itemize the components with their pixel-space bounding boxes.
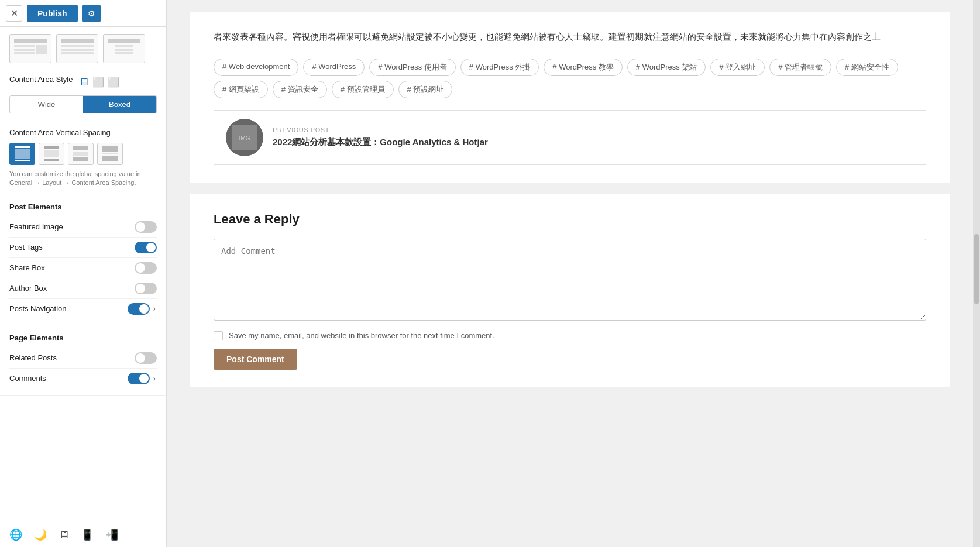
svg-rect-11 (115, 49, 133, 51)
tag-wordpress-tutorials[interactable]: # WordPress 教學 (544, 59, 623, 76)
svg-rect-24 (102, 156, 118, 161)
tablet-icon[interactable]: ⬜ (92, 77, 104, 88)
svg-rect-17 (44, 150, 59, 157)
svg-rect-21 (73, 157, 88, 161)
tag-wordpress-users[interactable]: # WordPress 使用者 (369, 59, 456, 76)
svg-rect-20 (73, 152, 88, 156)
svg-rect-12 (115, 52, 133, 54)
prev-post-title: 2022網站分析基本款設置：Google Analytics & Hotjar (273, 136, 488, 148)
featured-image-toggle[interactable] (135, 221, 157, 233)
content-area-spacing-section: Content Area Vertical Spacing You can cu… (0, 121, 166, 195)
svg-rect-15 (15, 160, 30, 161)
bottom-toolbar: 🌐 🌙 🖥 📱 📲 (0, 522, 166, 547)
post-tags-label: Post Tags (9, 243, 43, 252)
svg-rect-23 (102, 153, 118, 154)
spacing-label: Content Area Vertical Spacing (9, 128, 157, 137)
page-elements-section: Page Elements Related Posts Comments › (0, 326, 166, 396)
comment-section: Leave a Reply Save my name, email, and w… (190, 194, 950, 387)
post-navigation: IMG PREVIOUS POST 2022網站分析基本款設置：Google A… (214, 110, 926, 165)
prev-post-info: PREVIOUS POST 2022網站分析基本款設置：Google Analy… (273, 126, 488, 148)
comments-controls: › (128, 373, 157, 384)
svg-rect-13 (15, 146, 30, 148)
tag-web-architecture[interactable]: # 網頁架設 (214, 81, 268, 98)
posts-navigation-chevron[interactable]: › (152, 303, 157, 314)
share-box-toggle[interactable] (135, 262, 157, 274)
svg-rect-6 (61, 45, 94, 47)
tag-wordpress-setup[interactable]: # WordPress 架站 (627, 59, 706, 76)
post-tags-toggle[interactable] (135, 242, 157, 253)
tag-wordpress-plugins[interactable]: # WordPress 外掛 (460, 59, 539, 76)
related-posts-controls (135, 352, 157, 364)
author-box-toggle[interactable] (135, 283, 157, 294)
close-button[interactable]: ✕ (6, 5, 22, 22)
svg-rect-7 (61, 49, 94, 51)
scrollbar-thumb[interactable] (974, 234, 979, 304)
layout-icon-3[interactable] (103, 34, 145, 63)
svg-rect-16 (44, 146, 59, 149)
layout-icon-1[interactable] (9, 34, 51, 63)
tag-admin-account[interactable]: # 管理者帳號 (769, 59, 831, 76)
post-elements-section: Post Elements Featured Image Post Tags S… (0, 195, 166, 326)
author-box-label: Author Box (9, 284, 47, 293)
mobile2-icon[interactable]: 📲 (105, 528, 118, 541)
comment-textarea[interactable] (214, 239, 926, 321)
tags-row: # Web development # WordPress # WordPres… (214, 59, 926, 98)
featured-image-controls (135, 221, 157, 233)
mobile-icon[interactable]: ⬜ (108, 77, 119, 88)
globe-icon[interactable]: 🌐 (9, 528, 22, 541)
tag-default-url[interactable]: # 預設網址 (398, 81, 453, 98)
scrollbar-track (973, 0, 980, 547)
layout-icon-2[interactable] (56, 34, 98, 63)
svg-rect-22 (102, 146, 118, 152)
svg-rect-0 (14, 39, 47, 43)
svg-rect-9 (108, 39, 140, 43)
comments-chevron[interactable]: › (152, 373, 157, 384)
save-checkbox[interactable] (214, 331, 223, 340)
featured-image-label: Featured Image (9, 222, 63, 231)
svg-rect-4 (36, 45, 47, 54)
prev-post-item[interactable]: IMG PREVIOUS POST 2022網站分析基本款設置：Google A… (214, 110, 926, 165)
close-icon: ✕ (11, 8, 18, 19)
svg-rect-14 (15, 149, 30, 159)
tag-wordpress[interactable]: # WordPress (303, 59, 365, 76)
prev-post-label: PREVIOUS POST (273, 126, 488, 133)
related-posts-toggle[interactable] (135, 352, 157, 364)
monitor-icon: 🖥 (78, 76, 89, 88)
svg-rect-3 (14, 52, 35, 54)
tag-web-development[interactable]: # Web development (214, 59, 298, 76)
spacing-icon-2[interactable] (39, 143, 64, 165)
tag-site-security[interactable]: # 網站安全性 (836, 59, 898, 76)
save-row: Save my name, email, and website in this… (214, 331, 926, 340)
related-posts-label: Related Posts (9, 353, 57, 362)
moon-icon[interactable]: 🌙 (34, 528, 47, 541)
content-area-style-label: Content Area Style (9, 75, 73, 84)
posts-navigation-controls: › (128, 303, 157, 315)
spacing-icon-4[interactable] (97, 143, 123, 165)
post-comment-button[interactable]: Post Comment (214, 349, 297, 370)
tag-login-url[interactable]: # 登入網址 (710, 59, 765, 76)
svg-rect-2 (14, 49, 35, 51)
boxed-button[interactable]: Boxed (83, 96, 156, 113)
comments-label: Comments (9, 374, 46, 383)
content-area-style-section: Content Area Style 🖥 ⬜ ⬜ Wide Boxed (0, 68, 166, 121)
prev-post-thumbnail: IMG (226, 119, 263, 156)
desktop-icon[interactable]: 🖥 (59, 529, 69, 541)
tablet2-icon[interactable]: 📱 (81, 528, 94, 541)
tag-default-admin[interactable]: # 預設管理員 (332, 81, 394, 98)
posts-navigation-toggle[interactable] (128, 303, 150, 315)
page-elements-title: Page Elements (9, 333, 157, 342)
wide-button[interactable]: Wide (10, 96, 83, 113)
publish-button[interactable]: Publish (27, 5, 78, 22)
gear-button[interactable]: ⚙ (82, 5, 101, 22)
tag-info-security[interactable]: # 資訊安全 (273, 81, 327, 98)
comments-toggle[interactable] (128, 373, 150, 384)
share-box-controls (135, 262, 157, 274)
share-box-label: Share Box (9, 263, 45, 272)
element-related-posts: Related Posts (9, 348, 157, 369)
left-panel: ✕ Publish ⚙ (0, 0, 167, 547)
spacing-icon-1[interactable] (9, 143, 35, 165)
spacing-icon-3[interactable] (68, 143, 94, 165)
article-body: 者來發表各種內容。審視使用者權限可以避免網站設定被不小心變更，也能避免網站被有心… (190, 12, 950, 183)
gear-icon: ⚙ (88, 9, 95, 18)
author-box-controls (135, 283, 157, 294)
